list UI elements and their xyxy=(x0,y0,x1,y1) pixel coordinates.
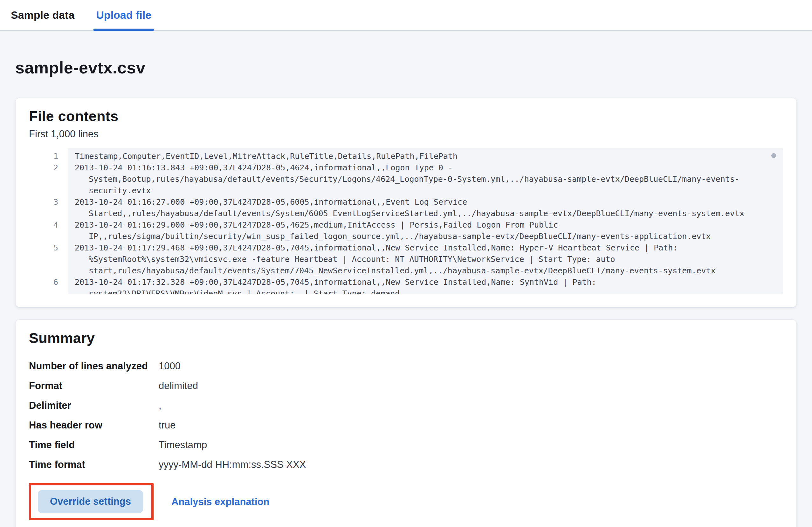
file-preview-code-block[interactable]: 1 Timestamp,Computer,EventID,Level,Mitre… xyxy=(29,148,783,294)
summary-actions: Override settings Analysis explanation xyxy=(29,483,783,520)
code-line: 5 2013-10-24 01:17:29.468 +09:00,37L4247… xyxy=(29,242,783,277)
analysis-explanation-link[interactable]: Analysis explanation xyxy=(171,496,269,508)
annotation-highlight-box: Override settings xyxy=(29,483,154,520)
page-content: sample-evtx.csv File contents First 1,00… xyxy=(0,58,812,527)
code-line-number: 1 xyxy=(29,151,68,162)
code-line-number: 6 xyxy=(29,277,68,294)
code-line: 1 Timestamp,Computer,EventID,Level,Mitre… xyxy=(29,151,783,162)
override-settings-button[interactable]: Override settings xyxy=(38,490,143,513)
summary-row-label: Time field xyxy=(29,437,149,453)
code-line: 3 2013-10-24 01:16:27.000 +09:00,37L4247… xyxy=(29,196,783,219)
summary-row-label: Time format xyxy=(29,457,149,472)
summary-panel: Summary Number of lines analyzed 1000 Fo… xyxy=(15,320,797,527)
summary-row-value: 1000 xyxy=(159,358,538,374)
summary-row-label: Has header row xyxy=(29,418,149,433)
summary-row-value: yyyy-MM-dd HH:mm:ss.SSS XXX xyxy=(159,457,538,472)
code-line-text: Timestamp,Computer,EventID,Level,MitreAt… xyxy=(68,151,783,162)
summary-row-value: Timestamp xyxy=(159,437,538,453)
code-line-text: 2013-10-24 01:16:27.000 +09:00,37L4247D2… xyxy=(68,196,783,219)
summary-heading: Summary xyxy=(29,330,783,347)
tab-bar: Sample data Upload file xyxy=(0,0,812,31)
code-line-number: 3 xyxy=(29,196,68,219)
summary-row-label: Format xyxy=(29,378,149,394)
code-line-text: 2013-10-24 01:17:32.328 +09:00,37L4247D2… xyxy=(68,277,783,294)
code-line-number: 2 xyxy=(29,162,68,196)
code-line-number: 5 xyxy=(29,242,68,277)
summary-table: Number of lines analyzed 1000 Format del… xyxy=(29,358,538,472)
tab-sample-data[interactable]: Sample data xyxy=(8,0,77,30)
summary-row-value: , xyxy=(159,398,538,413)
code-line-text: 2013-10-24 01:16:29.000 +09:00,37L4247D2… xyxy=(68,219,783,242)
code-line: 2 2013-10-24 01:16:13.843 +09:00,37L4247… xyxy=(29,162,783,196)
file-contents-heading: File contents xyxy=(29,108,783,125)
tab-upload-file[interactable]: Upload file xyxy=(93,0,154,30)
code-line-text: 2013-10-24 01:17:29.468 +09:00,37L4247D2… xyxy=(68,242,783,277)
page-title: sample-evtx.csv xyxy=(15,58,797,77)
summary-row-value: delimited xyxy=(159,378,538,394)
code-line-text: 2013-10-24 01:16:13.843 +09:00,37L4247D2… xyxy=(68,162,783,196)
file-contents-panel: File contents First 1,000 lines 1 Timest… xyxy=(15,98,797,307)
code-line: 4 2013-10-24 01:16:29.000 +09:00,37L4247… xyxy=(29,219,783,242)
summary-row-value: true xyxy=(159,418,538,433)
summary-row-label: Delimiter xyxy=(29,398,149,413)
code-line: 6 2013-10-24 01:17:32.328 +09:00,37L4247… xyxy=(29,277,783,294)
file-contents-subtitle: First 1,000 lines xyxy=(29,128,783,140)
code-line-number: 4 xyxy=(29,219,68,242)
summary-row-label: Number of lines analyzed xyxy=(29,358,149,374)
scrollbar-thumb[interactable] xyxy=(771,153,776,158)
